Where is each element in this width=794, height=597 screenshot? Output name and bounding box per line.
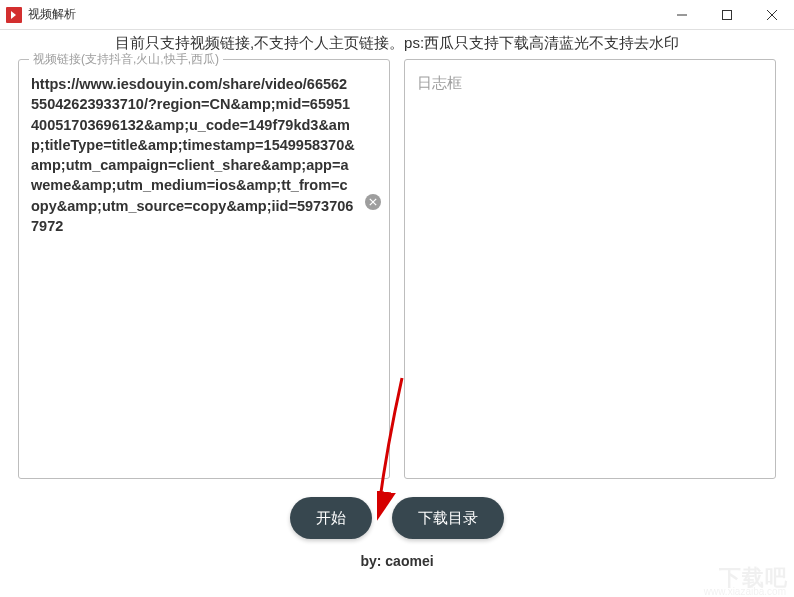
button-row: 开始 下载目录	[18, 497, 776, 539]
app-icon	[6, 7, 22, 23]
close-button[interactable]	[749, 0, 794, 29]
maximize-button[interactable]	[704, 0, 749, 29]
close-icon	[369, 198, 377, 206]
log-placeholder: 日志框	[417, 74, 763, 93]
video-url-panel[interactable]: 视频链接(支持抖音,火山,快手,西瓜) https://www.iesdouyi…	[18, 59, 390, 479]
minimize-button[interactable]	[659, 0, 704, 29]
video-url-input[interactable]: https://www.iesdouyin.com/share/video/66…	[31, 74, 377, 236]
download-dir-button[interactable]: 下载目录	[392, 497, 504, 539]
panels-row: 视频链接(支持抖音,火山,快手,西瓜) https://www.iesdouyi…	[18, 59, 776, 479]
titlebar: 视频解析	[0, 0, 794, 30]
video-url-label: 视频链接(支持抖音,火山,快手,西瓜)	[29, 51, 223, 68]
start-button[interactable]: 开始	[290, 497, 372, 539]
window-controls	[659, 0, 794, 29]
window-title: 视频解析	[28, 6, 659, 23]
content-area: 目前只支持视频链接,不支持个人主页链接。ps:西瓜只支持下载高清蓝光不支持去水印…	[0, 30, 794, 569]
log-panel: 日志框	[404, 59, 776, 479]
clear-input-button[interactable]	[365, 194, 381, 210]
footer-text: by: caomei	[18, 553, 776, 569]
watermark-url: www.xiazaiba.com	[704, 586, 786, 597]
svg-rect-1	[722, 10, 731, 19]
